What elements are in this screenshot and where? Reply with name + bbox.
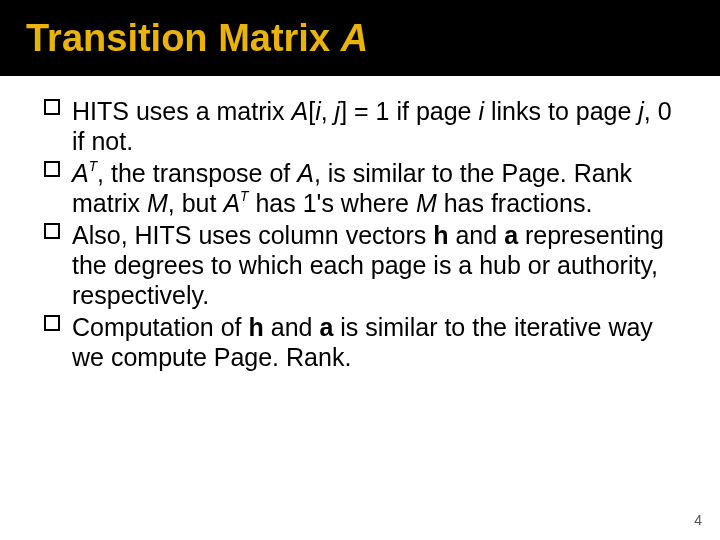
text: h <box>249 313 264 341</box>
text: A <box>297 159 314 187</box>
text: T <box>240 189 248 204</box>
bullet-item: Computation of h and a is similar to the… <box>44 312 676 372</box>
text: , but <box>168 189 224 217</box>
slide-title: Transition Matrix A <box>26 17 368 60</box>
text: a <box>504 221 518 249</box>
text: , the transpose of <box>97 159 297 187</box>
text: HITS uses a matrix <box>72 97 292 125</box>
page-number: 4 <box>694 512 702 528</box>
bullet-marker-icon <box>44 161 60 177</box>
bullet-marker-icon <box>44 315 60 331</box>
bullet-marker-icon <box>44 99 60 115</box>
text: ] = 1 if page <box>340 97 478 125</box>
text: M <box>416 189 437 217</box>
text: T <box>89 159 97 174</box>
title-ital: A <box>341 17 368 59</box>
text: a <box>319 313 333 341</box>
title-pre: Transition Matrix <box>26 17 341 59</box>
title-bar: Transition Matrix A <box>0 0 720 76</box>
bullet-item: Also, HITS uses column vectors h and a r… <box>44 220 676 310</box>
text: A <box>223 189 240 217</box>
slide-content: HITS uses a matrix A[i, j] = 1 if page i… <box>0 76 720 372</box>
text: Computation of <box>72 313 249 341</box>
text: has fractions. <box>437 189 593 217</box>
text: Also, HITS uses column vectors <box>72 221 433 249</box>
bullet-item: HITS uses a matrix A[i, j] = 1 if page i… <box>44 96 676 156</box>
text: A <box>72 159 89 187</box>
text: M <box>147 189 168 217</box>
text: links to page <box>484 97 638 125</box>
bullet-item: AT, the transpose of A, is similar to th… <box>44 158 676 218</box>
bullet-marker-icon <box>44 223 60 239</box>
text: A <box>292 97 309 125</box>
text: h <box>433 221 448 249</box>
text: and <box>264 313 320 341</box>
text: and <box>449 221 505 249</box>
text: has 1's where <box>249 189 416 217</box>
text: , <box>321 97 335 125</box>
